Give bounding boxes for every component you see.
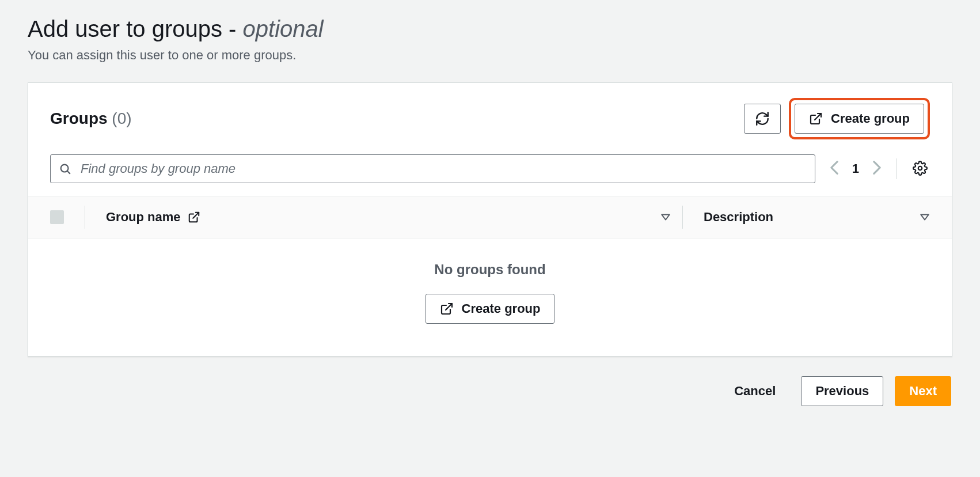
divider [896, 158, 897, 179]
svg-line-0 [815, 113, 821, 120]
panel-title-text: Groups [50, 109, 108, 127]
column-group-name[interactable]: Group name [85, 206, 682, 229]
panel-title: Groups (0) [50, 109, 132, 128]
create-group-highlight: Create group [789, 98, 930, 139]
create-group-button[interactable]: Create group [795, 104, 924, 134]
chevron-right-icon [872, 160, 882, 175]
page-title: Add user to groups - optional [28, 16, 952, 42]
svg-point-3 [918, 166, 922, 170]
external-link-icon [440, 302, 454, 316]
previous-button[interactable]: Previous [801, 376, 883, 406]
page-subtitle: You can assign this user to one or more … [28, 48, 952, 63]
search-box[interactable] [50, 154, 815, 183]
next-button[interactable]: Next [895, 376, 951, 406]
cancel-button[interactable]: Cancel [720, 377, 789, 406]
wizard-footer: Cancel Previous Next [28, 357, 952, 406]
column-description-label: Description [704, 210, 773, 225]
sort-icon [920, 213, 930, 221]
page-number: 1 [852, 161, 859, 176]
empty-create-group-label: Create group [462, 302, 541, 315]
table-body: No groups found Create group [28, 238, 952, 356]
settings-button[interactable] [910, 158, 930, 180]
search-input[interactable] [79, 161, 807, 177]
page-next-button[interactable] [872, 160, 882, 177]
svg-marker-5 [662, 215, 670, 220]
panel-count: (0) [112, 109, 131, 127]
title-optional: optional [243, 16, 324, 41]
groups-panel: Groups (0) Create group [28, 82, 952, 357]
create-group-label: Create group [831, 112, 910, 125]
column-group-name-label: Group name [106, 210, 181, 225]
column-description[interactable]: Description [682, 206, 930, 229]
external-link-icon [188, 211, 200, 224]
empty-create-group-button[interactable]: Create group [426, 294, 555, 324]
select-all-checkbox[interactable] [50, 210, 64, 224]
refresh-icon [755, 111, 770, 126]
svg-line-4 [193, 213, 199, 218]
empty-message: No groups found [28, 262, 952, 278]
chevron-left-icon [829, 160, 840, 175]
external-link-icon [809, 112, 823, 126]
svg-marker-6 [921, 215, 929, 220]
pagination: 1 [829, 160, 882, 177]
svg-line-7 [446, 304, 452, 310]
table-header: Group name Description [28, 196, 952, 238]
gear-icon [913, 161, 928, 176]
title-separator: - [222, 16, 243, 41]
page-prev-button[interactable] [829, 160, 840, 177]
title-main: Add user to groups [28, 16, 222, 41]
svg-line-2 [67, 171, 70, 173]
refresh-button[interactable] [744, 104, 781, 134]
sort-icon [660, 213, 671, 221]
search-icon [59, 162, 71, 175]
